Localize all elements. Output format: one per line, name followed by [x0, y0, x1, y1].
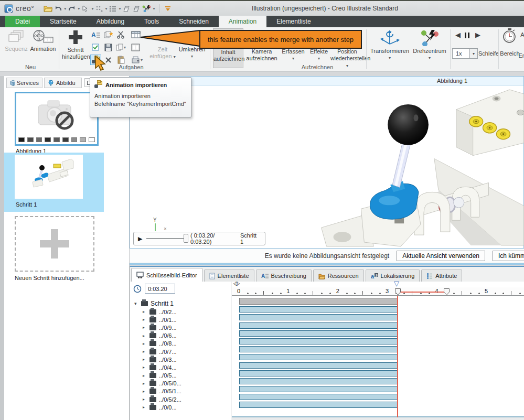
expand-icon[interactable]: ▸ [143, 341, 149, 346]
range-end-marker[interactable] [444, 288, 450, 295]
tree-root-schritt-1[interactable]: ▾ Schritt 1 [134, 299, 231, 308]
timeline-track-bar[interactable] [239, 370, 398, 376]
tree-item[interactable]: ▸ ../0/5/2... [143, 395, 231, 403]
timeline-track-bar[interactable] [239, 378, 398, 384]
copy-step-button[interactable]: ▾ [115, 42, 126, 52]
effects-button[interactable]: Effekte ▾ [307, 48, 330, 62]
tab-schneiden[interactable]: Schneiden [169, 16, 219, 27]
play-button[interactable]: ▶ [474, 31, 482, 38]
timeline-track-bar[interactable] [239, 402, 398, 408]
tab-services[interactable]: Services [6, 78, 42, 88]
tab-tools[interactable]: Tools [134, 16, 169, 27]
use-current-view-button[interactable]: Aktuelle Ansicht verwenden [397, 251, 485, 261]
timeline-track-bar[interactable] [239, 306, 398, 313]
tab-abbildungen[interactable]: Abbildu [44, 78, 82, 88]
grid-snap-dropdown-icon[interactable]: ▾ [105, 6, 107, 11]
timeline-track-bar[interactable] [239, 354, 398, 360]
grid-snap-icon[interactable] [95, 3, 103, 14]
speed-value[interactable]: 1x [452, 48, 470, 59]
play-step-button[interactable]: ▶ [138, 235, 142, 242]
note-flag2-icon[interactable] [132, 3, 141, 14]
select-tool-icon[interactable] [81, 3, 90, 14]
timeline-track-bar[interactable] [239, 394, 398, 400]
step-back-button[interactable]: ◀ [454, 31, 462, 38]
tab-datei[interactable]: Datei [5, 16, 40, 27]
speed-combo[interactable]: 1x ▾ [452, 48, 478, 59]
tree-item[interactable]: ▸ ../0/8... [143, 340, 231, 348]
collapse-icon[interactable]: ▾ [134, 301, 141, 306]
expand-icon[interactable]: ▸ [143, 309, 149, 314]
tab-beschreibung[interactable]: A Beschreibung [256, 270, 312, 282]
export-step-button[interactable]: ▾ [129, 55, 145, 65]
cut-step-button[interactable] [115, 29, 126, 40]
thumbnail-schritt-1[interactable] [15, 155, 83, 199]
rename-step-button[interactable]: A [90, 29, 101, 40]
note-flag-icon[interactable] [122, 3, 131, 14]
open-folder-icon[interactable] [44, 3, 52, 14]
tree-item[interactable]: ▸ ../0/9... [143, 324, 231, 331]
paste-step-button[interactable] [115, 55, 126, 65]
expand-icon[interactable]: ▸ [143, 381, 149, 386]
transform-button[interactable]: Transformieren ▾ [369, 29, 410, 61]
redo-dropdown-icon[interactable]: ▾ [78, 6, 80, 11]
save-step-button[interactable] [103, 42, 114, 52]
timeline-nav-icons[interactable]: ◁▷ [233, 280, 239, 287]
undo-dropdown-icon[interactable]: ▾ [64, 6, 66, 11]
list-snap-icon[interactable] [109, 3, 117, 14]
tab-startseite[interactable]: Startseite [40, 16, 87, 27]
rotation-center-button[interactable]: Drehzentrum ▾ [411, 29, 448, 61]
copy-dropdown-icon[interactable]: ▾ [124, 45, 126, 50]
animation-button[interactable]: Animation [29, 29, 57, 52]
timeline-track-bar[interactable] [239, 362, 398, 369]
tab-attribute[interactable]: Attribute [421, 270, 462, 282]
check-step-button[interactable] [90, 42, 101, 52]
tree-item[interactable]: ▸ ../0/1... [143, 316, 231, 324]
undo-icon[interactable] [54, 3, 62, 14]
timeline-track-bar[interactable] [239, 338, 398, 344]
thumbnail-abbildung-1[interactable] [15, 92, 99, 146]
add-step-button[interactable]: Schritt hinzufügen [62, 29, 89, 60]
time-input[interactable] [145, 284, 175, 294]
export-dropdown-icon[interactable]: ▾ [141, 58, 143, 62]
expand-icon[interactable]: ▸ [143, 333, 149, 338]
duplicate-step-button[interactable] [103, 29, 114, 40]
tree-item[interactable]: ▸ ../0/0... [143, 403, 231, 411]
playhead-marker-icon[interactable]: ▽ [394, 279, 399, 287]
timeline-track-bar[interactable] [239, 386, 398, 392]
timeline-track-bar[interactable] [239, 346, 398, 352]
tree-item[interactable]: ▸ ../0/5/0... [143, 380, 231, 387]
expand-icon[interactable]: ▸ [143, 317, 149, 322]
tab-abbildung[interactable]: Abbildung [87, 16, 134, 27]
tab-ressourcen[interactable]: Ressourcen [313, 270, 364, 282]
slider-handle[interactable] [184, 234, 188, 243]
clipped-status-button[interactable]: Ich kümm [493, 251, 524, 261]
sequenz-button[interactable]: Sequenz [4, 29, 28, 52]
tree-item[interactable]: ▸ ../0/7... [143, 348, 231, 356]
tab-schluesselbild-editor[interactable]: Schlüsselbild-Editor [131, 268, 202, 282]
expand-icon[interactable]: ▸ [143, 357, 149, 362]
tree-item[interactable]: ▸ ../0/2... [143, 308, 231, 316]
speed-dropdown-icon[interactable]: ▾ [470, 48, 478, 59]
tree-item[interactable]: ▸ ../0/6... [143, 332, 231, 340]
timeline-scrollbar[interactable] [232, 417, 524, 420]
step-track-bar[interactable] [239, 298, 398, 305]
select-tool-dropdown-icon[interactable]: ▾ [91, 6, 93, 11]
capture-button[interactable]: Erfassen ▾ [280, 48, 306, 62]
list-snap-dropdown-icon[interactable]: ▾ [119, 6, 121, 11]
expand-icon[interactable]: ▸ [143, 325, 149, 330]
add-new-step-button[interactable] [15, 216, 94, 272]
playback-slider[interactable] [146, 238, 186, 239]
expand-icon[interactable]: ▸ [143, 373, 149, 378]
tree-item[interactable]: ▸ ../0/5... [143, 372, 231, 380]
record-camera-button[interactable]: Kamera aufzeichnen [245, 48, 278, 62]
assembly-3d-model[interactable] [315, 86, 524, 249]
tab-elementliste-bottom[interactable]: Elementliste [204, 270, 254, 282]
pause-button[interactable] [465, 33, 469, 38]
expand-icon[interactable]: ▸ [143, 397, 149, 402]
timeline-track-bar[interactable] [239, 314, 398, 320]
tree-item[interactable]: ▸ ../0/3... [143, 356, 231, 363]
expand-icon[interactable]: ▸ [143, 389, 149, 394]
tab-elementliste[interactable]: Elementliste [266, 16, 320, 27]
timeline-track-bar[interactable] [239, 322, 398, 329]
redo-icon[interactable] [68, 3, 76, 14]
